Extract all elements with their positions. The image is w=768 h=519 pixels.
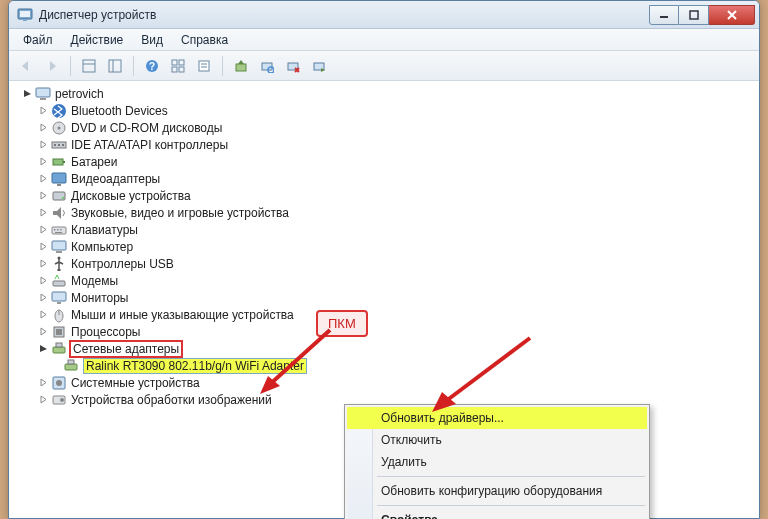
tree-category[interactable]: Компьютер xyxy=(33,238,757,255)
tree-category[interactable]: Системные устройства xyxy=(33,374,757,391)
svg-rect-57 xyxy=(54,229,56,231)
category-icon xyxy=(51,239,67,255)
toolbar-view2-button[interactable] xyxy=(104,55,126,77)
svg-rect-46 xyxy=(63,161,65,163)
svg-point-38 xyxy=(58,126,61,129)
expand-icon[interactable] xyxy=(37,139,49,151)
tree-category[interactable]: Мыши и иные указывающие устройства xyxy=(33,306,757,323)
menu-action[interactable]: Действие xyxy=(63,31,132,49)
tree-category[interactable]: Видеоадаптеры xyxy=(33,170,757,187)
expand-icon[interactable] xyxy=(37,105,49,117)
svg-point-52 xyxy=(62,197,64,199)
tree-category[interactable]: Дисковые устройства xyxy=(33,187,757,204)
svg-rect-16 xyxy=(179,60,184,65)
menubar: Файл Действие Вид Справка xyxy=(9,29,759,51)
minimize-button[interactable] xyxy=(649,5,679,25)
expand-icon[interactable] xyxy=(37,258,49,270)
tree-category-label: Звуковые, видео и игровые устройства xyxy=(71,206,289,220)
category-icon xyxy=(51,256,67,272)
toolbar-uninstall-button[interactable] xyxy=(282,55,304,77)
toolbar-forward-button[interactable] xyxy=(41,55,63,77)
menu-view[interactable]: Вид xyxy=(133,31,171,49)
tree-category[interactable]: Звуковые, видео и игровые устройства xyxy=(33,204,757,221)
toolbar-disable-button[interactable] xyxy=(308,55,330,77)
ctx-delete-label: Удалить xyxy=(381,455,427,469)
tree-category[interactable]: Модемы xyxy=(33,272,757,289)
toolbar-help-button[interactable]: ? xyxy=(141,55,163,77)
expand-icon[interactable] xyxy=(37,292,49,304)
expand-icon[interactable] xyxy=(37,224,49,236)
tree-root-label: petrovich xyxy=(55,87,104,101)
expand-icon[interactable] xyxy=(37,207,49,219)
toolbar-scan-button[interactable] xyxy=(256,55,278,77)
expand-icon[interactable] xyxy=(37,173,49,185)
svg-point-88 xyxy=(60,398,64,402)
toolbar-view-button[interactable] xyxy=(78,55,100,77)
ctx-delete[interactable]: Удалить xyxy=(347,451,647,473)
svg-rect-48 xyxy=(52,173,66,183)
context-menu-separator xyxy=(377,505,645,506)
category-icon xyxy=(51,188,67,204)
toolbar-grid-button[interactable] xyxy=(167,55,189,77)
category-icon xyxy=(51,392,67,408)
titlebar[interactable]: Диспетчер устройств xyxy=(9,1,759,29)
toolbar-props-button[interactable] xyxy=(193,55,215,77)
tree-category[interactable]: Сетевые адаптеры xyxy=(33,340,757,357)
toolbar-separator xyxy=(222,56,223,76)
tree-category[interactable]: DVD и CD-ROM дисководы xyxy=(33,119,757,136)
tree-category-label: Клавиатуры xyxy=(71,223,138,237)
tree-device-selected[interactable]: Ralink RT3090 802.11b/g/n WiFi Adapter xyxy=(59,357,757,374)
ctx-properties[interactable]: Свойства xyxy=(347,509,647,519)
tree-category-label: Мыши и иные указывающие устройства xyxy=(71,308,294,322)
svg-marker-36 xyxy=(41,124,46,131)
expand-icon[interactable] xyxy=(37,275,49,287)
toolbar-update-button[interactable] xyxy=(230,55,252,77)
svg-rect-66 xyxy=(58,269,61,271)
expand-icon[interactable] xyxy=(37,326,49,338)
expand-icon[interactable] xyxy=(37,241,49,253)
svg-point-65 xyxy=(58,256,61,259)
svg-marker-67 xyxy=(41,277,46,284)
ctx-update-drivers[interactable]: Обновить драйверы... xyxy=(347,407,647,429)
tree-category[interactable]: Батареи xyxy=(33,153,757,170)
category-icon xyxy=(51,137,67,153)
ctx-refresh-config[interactable]: Обновить конфигурацию оборудования xyxy=(347,480,647,502)
svg-text:?: ? xyxy=(149,61,155,72)
category-icon xyxy=(51,273,67,289)
expand-icon[interactable] xyxy=(37,377,49,389)
svg-rect-22 xyxy=(236,64,246,71)
maximize-button[interactable] xyxy=(679,5,709,25)
expand-icon[interactable] xyxy=(37,190,49,202)
tree-category[interactable]: IDE ATA/ATAPI контроллеры xyxy=(33,136,757,153)
collapse-icon[interactable] xyxy=(37,343,49,355)
tree-category[interactable]: Мониторы xyxy=(33,289,757,306)
svg-rect-33 xyxy=(40,98,46,100)
tree-root[interactable]: petrovich xyxy=(17,85,757,102)
tree-category-label: Устройства обработки изображений xyxy=(71,393,272,407)
expand-icon[interactable] xyxy=(37,394,49,406)
tree-category[interactable]: Bluetooth Devices xyxy=(33,102,757,119)
close-button[interactable] xyxy=(709,5,755,25)
collapse-icon[interactable] xyxy=(21,88,33,100)
tree-category-label: Системные устройства xyxy=(71,376,200,390)
ctx-disable[interactable]: Отключить xyxy=(347,429,647,451)
svg-marker-53 xyxy=(41,209,46,216)
expand-icon[interactable] xyxy=(37,309,49,321)
tree-category-label: Дисковые устройства xyxy=(71,189,191,203)
tree-category[interactable]: Контроллеры USB xyxy=(33,255,757,272)
expand-icon[interactable] xyxy=(37,156,49,168)
tree-category[interactable]: Клавиатуры xyxy=(33,221,757,238)
tree-category-label: Bluetooth Devices xyxy=(71,104,168,118)
expand-icon[interactable] xyxy=(37,122,49,134)
menu-file[interactable]: Файл xyxy=(15,31,61,49)
menu-help[interactable]: Справка xyxy=(173,31,236,49)
tree-category[interactable]: Процессоры xyxy=(33,323,757,340)
svg-rect-49 xyxy=(57,184,61,186)
window-title: Диспетчер устройств xyxy=(39,8,649,22)
toolbar-back-button[interactable] xyxy=(15,55,37,77)
category-icon xyxy=(51,307,67,323)
category-icon xyxy=(51,103,67,119)
context-menu-separator xyxy=(377,476,645,477)
svg-rect-71 xyxy=(57,302,61,304)
svg-marker-83 xyxy=(41,379,46,386)
